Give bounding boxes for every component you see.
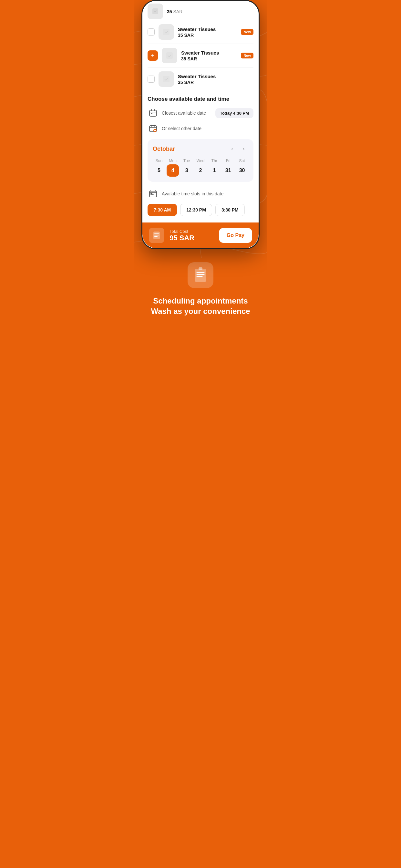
prev-month-button[interactable]: ‹: [227, 144, 237, 153]
product-name-1: Sweater Tissues: [178, 27, 237, 32]
next-month-button[interactable]: ›: [239, 144, 248, 153]
calendar-header: Octobar ‹ ›: [153, 144, 248, 153]
product-info-3: Sweater Tissues 35 SAR: [178, 73, 253, 85]
day-number[interactable]: 31: [222, 164, 235, 177]
calendar-day: Sun5: [153, 159, 165, 177]
time-slots-label: Available time slots in this date: [162, 191, 223, 196]
time-header: Available time slots in this date: [148, 188, 253, 199]
cost-icon: [149, 228, 164, 243]
svg-rect-3: [163, 29, 169, 35]
calendar-day: Mon4: [166, 159, 179, 177]
day-name: Mon: [169, 159, 177, 163]
day-number[interactable]: 4: [166, 164, 179, 177]
new-badge-1: New: [241, 29, 253, 35]
day-number[interactable]: 3: [181, 164, 193, 177]
top-partial-item: 35 SAR: [143, 1, 258, 20]
cost-amount: 95 SAR: [169, 234, 214, 242]
product-price-2: 35 SAR: [181, 56, 237, 61]
product-name-2: Sweater Tissues: [181, 50, 237, 56]
date-time-section: Choose available date and time Closest a…: [143, 91, 258, 182]
closest-date-value[interactable]: Today 4:30 PM: [215, 108, 253, 118]
new-badge-2: New: [241, 53, 253, 58]
svg-rect-12: [195, 269, 206, 282]
calendar-month: Octobar: [153, 146, 175, 152]
time-slots-section: Available time slots in this date 7:30 A…: [143, 188, 258, 222]
phone-shell: 35 SAR Sweater Tissues: [137, 0, 264, 249]
product-thumb-2: [162, 48, 177, 63]
time-slots-list: 7:30 AM12:30 PM3:30 PM: [148, 204, 253, 216]
section-title: Choose available date and time: [148, 96, 253, 102]
product-thumb-1: [158, 24, 174, 40]
calendar-day: Wed2: [194, 159, 207, 177]
svg-rect-10: [150, 191, 157, 197]
svg-rect-5: [163, 76, 169, 82]
lower-section: Scheduling appointmentsWash as your conv…: [134, 249, 267, 333]
list-item: + Sweater Tissues 35 SAR New: [148, 44, 253, 67]
partial-product-price: 35 SAR: [167, 9, 253, 14]
bottom-bar: Total Cost 95 SAR Go Pay: [143, 222, 258, 248]
background-wrapper: 35 SAR Sweater Tissues: [134, 0, 267, 333]
day-name: Sun: [156, 159, 162, 163]
closest-date-row: Closest available date Today 4:30 PM: [148, 107, 253, 119]
product-info-2: Sweater Tissues 35 SAR: [181, 50, 237, 61]
product-checkbox-3[interactable]: [148, 75, 155, 83]
product-checkbox-1[interactable]: [148, 28, 155, 35]
day-name: Wed: [197, 159, 204, 163]
product-thumb-3: [158, 71, 174, 87]
product-thumb-partial: [148, 4, 163, 19]
calendar-nav: ‹ ›: [227, 144, 248, 153]
calendar-icon: [148, 107, 158, 119]
calendar-add-icon: [148, 123, 158, 134]
calendar-days-grid: Sun5Mon4Tue3Wed2Thr1Fri31Sat30: [153, 159, 248, 177]
list-item: Sweater Tissues 35 SAR New: [148, 20, 253, 44]
svg-rect-13: [198, 268, 203, 270]
calendar-day: Tue3: [181, 159, 193, 177]
time-slot-button[interactable]: 7:30 AM: [148, 204, 177, 216]
list-item: Sweater Tissues 35 SAR: [148, 67, 253, 91]
partial-product-info: 35 SAR: [167, 8, 253, 14]
other-date-row[interactable]: Or select other date: [148, 123, 253, 134]
cost-label: Total Cost: [169, 229, 214, 234]
app-icon-large: [188, 262, 213, 288]
day-number[interactable]: 2: [194, 164, 207, 177]
product-price-1: 35 SAR: [178, 33, 237, 38]
svg-rect-6: [150, 110, 157, 116]
day-name: Tue: [183, 159, 190, 163]
day-name: Thr: [212, 159, 217, 163]
add-product-button-2[interactable]: +: [148, 51, 158, 61]
svg-rect-4: [166, 52, 173, 59]
day-number[interactable]: 30: [236, 164, 248, 177]
cost-info: Total Cost 95 SAR: [169, 229, 214, 242]
calendar-card: Octobar ‹ › Sun5Mon4Tue3Wed2Thr1Fri31Sat…: [148, 139, 253, 182]
tagline: Scheduling appointmentsWash as your conv…: [151, 296, 250, 317]
day-name: Fri: [226, 159, 230, 163]
product-list: Sweater Tissues 35 SAR New +: [143, 20, 258, 91]
time-slot-button[interactable]: 12:30 PM: [180, 204, 212, 216]
day-number[interactable]: 1: [208, 164, 220, 177]
go-pay-button[interactable]: Go Pay: [219, 228, 252, 243]
other-date-label: Or select other date: [162, 126, 202, 131]
day-name: Sat: [239, 159, 245, 163]
svg-rect-7: [151, 113, 152, 114]
calendar-day: Thr1: [208, 159, 220, 177]
product-name-3: Sweater Tissues: [178, 73, 253, 79]
calendar-day: Sat30: [236, 159, 248, 177]
phone-screen: 35 SAR Sweater Tissues: [142, 0, 259, 249]
product-info-1: Sweater Tissues 35 SAR: [178, 27, 237, 38]
product-price-3: 35 SAR: [178, 80, 253, 85]
time-slot-button[interactable]: 3:30 PM: [215, 204, 245, 216]
time-icon: [148, 188, 158, 199]
calendar-day: Fri31: [222, 159, 235, 177]
svg-rect-2: [152, 8, 158, 14]
closest-date-label: Closest available date: [162, 111, 212, 116]
day-number[interactable]: 5: [153, 164, 165, 177]
